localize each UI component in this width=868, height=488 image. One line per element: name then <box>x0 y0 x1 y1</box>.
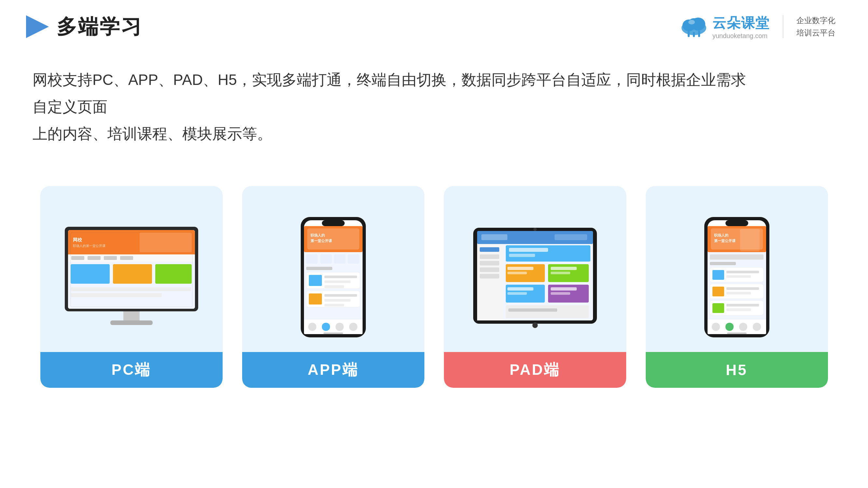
svg-text:职场人的第一堂公开课: 职场人的第一堂公开课 <box>73 244 105 248</box>
svg-rect-51 <box>324 299 350 301</box>
svg-rect-58 <box>323 332 343 334</box>
svg-rect-64 <box>482 234 507 240</box>
svg-rect-104 <box>726 275 751 278</box>
svg-rect-98 <box>740 229 760 251</box>
logo-right: 云朵课堂 yunduoketang.com 企业数字化 培训云平台 <box>679 14 835 40</box>
svg-rect-83 <box>507 292 527 295</box>
svg-rect-114 <box>712 323 720 331</box>
description-block: 网校支持PC、APP、PAD、H5，实现多端打通，终端自由切换，数据同步跨平台自… <box>0 40 781 147</box>
svg-rect-20 <box>71 264 110 284</box>
svg-rect-23 <box>71 287 191 291</box>
logo-divider <box>783 15 783 38</box>
svg-rect-77 <box>507 272 527 274</box>
svg-point-8 <box>688 20 695 24</box>
svg-rect-19 <box>120 256 133 260</box>
svg-rect-39 <box>320 254 332 263</box>
svg-rect-80 <box>551 272 570 274</box>
svg-rect-73 <box>509 248 548 252</box>
svg-rect-69 <box>480 261 499 265</box>
cloud-logo-icon <box>679 15 709 38</box>
svg-point-61 <box>533 228 537 231</box>
logo-slogan: 企业数字化 培训云平台 <box>797 14 835 39</box>
pc-monitor-svg: 网校 职场人的第一堂公开课 <box>62 224 202 331</box>
pad-device-image <box>454 202 616 352</box>
svg-rect-49 <box>309 293 322 304</box>
svg-rect-112 <box>726 308 751 311</box>
h5-device-image: 职场人的 第一堂公开课 <box>655 202 818 352</box>
logo-url-text: yunduoketang.com <box>712 32 770 40</box>
svg-rect-86 <box>551 292 570 295</box>
play-icon <box>26 15 49 38</box>
svg-rect-54 <box>308 323 316 331</box>
svg-rect-22 <box>155 264 192 284</box>
svg-point-89 <box>532 323 538 328</box>
svg-rect-102 <box>712 270 724 280</box>
svg-text:职场人的: 职场人的 <box>310 233 325 237</box>
svg-text:职场人的: 职场人的 <box>714 233 728 237</box>
svg-text:第一堂公开课: 第一堂公开课 <box>310 239 332 243</box>
h5-phone-svg: 职场人的 第一堂公开课 <box>703 215 771 339</box>
svg-rect-100 <box>710 262 736 265</box>
svg-rect-88 <box>508 308 557 312</box>
slogan-line1: 企业数字化 <box>797 14 835 27</box>
svg-rect-111 <box>726 304 759 306</box>
description-line2: 上的内容、培训课程、模块展示等。 <box>33 120 749 148</box>
svg-rect-6 <box>693 32 695 37</box>
svg-rect-47 <box>324 285 344 288</box>
h5-card: 职场人的 第一堂公开课 <box>646 186 828 388</box>
logo-left: 多端学习 <box>26 13 143 40</box>
svg-rect-110 <box>712 303 724 313</box>
svg-rect-103 <box>726 271 759 273</box>
svg-rect-92 <box>725 220 748 226</box>
app-device-image: 职场人的 第一堂公开课 <box>252 202 415 352</box>
svg-rect-71 <box>480 274 499 279</box>
svg-rect-27 <box>123 311 140 321</box>
svg-rect-52 <box>324 304 344 306</box>
svg-rect-45 <box>324 275 357 278</box>
svg-rect-38 <box>306 254 318 263</box>
svg-rect-99 <box>710 254 764 260</box>
logo-name-text: 云朵课堂 <box>712 14 770 32</box>
pc-device-image: 网校 职场人的第一堂公开课 <box>50 202 213 352</box>
svg-rect-5 <box>688 31 690 37</box>
app-label: APP端 <box>242 352 425 388</box>
slogan-line2: 培训云平台 <box>797 27 835 39</box>
svg-rect-44 <box>309 275 322 286</box>
pad-label: PAD端 <box>444 352 626 388</box>
svg-rect-68 <box>480 254 499 259</box>
svg-rect-76 <box>507 267 533 270</box>
svg-rect-40 <box>334 254 346 263</box>
pc-card: 网校 职场人的第一堂公开课 PC端 <box>40 186 223 388</box>
svg-rect-17 <box>88 256 100 260</box>
svg-rect-115 <box>725 323 734 331</box>
app-phone-svg: 职场人的 第一堂公开课 <box>299 215 367 339</box>
svg-rect-108 <box>726 292 751 294</box>
svg-rect-72 <box>506 245 590 262</box>
svg-rect-70 <box>480 267 499 272</box>
svg-rect-55 <box>322 323 330 331</box>
pc-label: PC端 <box>40 352 223 388</box>
pad-card: PAD端 <box>444 186 626 388</box>
svg-rect-67 <box>480 247 499 252</box>
svg-rect-106 <box>712 287 724 296</box>
svg-rect-85 <box>551 287 577 291</box>
cards-container: 网校 职场人的第一堂公开课 PC端 <box>0 154 868 388</box>
svg-rect-32 <box>322 220 345 226</box>
pad-tablet-svg <box>470 225 600 329</box>
svg-rect-56 <box>336 323 344 331</box>
svg-rect-46 <box>324 281 350 283</box>
app-card: 职场人的 第一堂公开课 <box>242 186 425 388</box>
svg-rect-21 <box>113 264 152 284</box>
svg-rect-50 <box>324 294 357 297</box>
header: 多端学习 云朵课堂 yunduoketang.com 企业数字化 <box>0 0 868 40</box>
svg-marker-0 <box>26 15 49 38</box>
svg-rect-116 <box>739 323 747 331</box>
svg-rect-41 <box>348 254 359 263</box>
svg-rect-74 <box>509 254 535 257</box>
svg-rect-79 <box>551 267 577 270</box>
svg-rect-107 <box>726 287 759 290</box>
yundu-logo: 云朵课堂 yunduoketang.com <box>679 14 770 40</box>
svg-rect-14 <box>140 233 192 252</box>
svg-rect-24 <box>71 293 162 297</box>
description-line1: 网校支持PC、APP、PAD、H5，实现多端打通，终端自由切换，数据同步跨平台自… <box>33 66 749 120</box>
